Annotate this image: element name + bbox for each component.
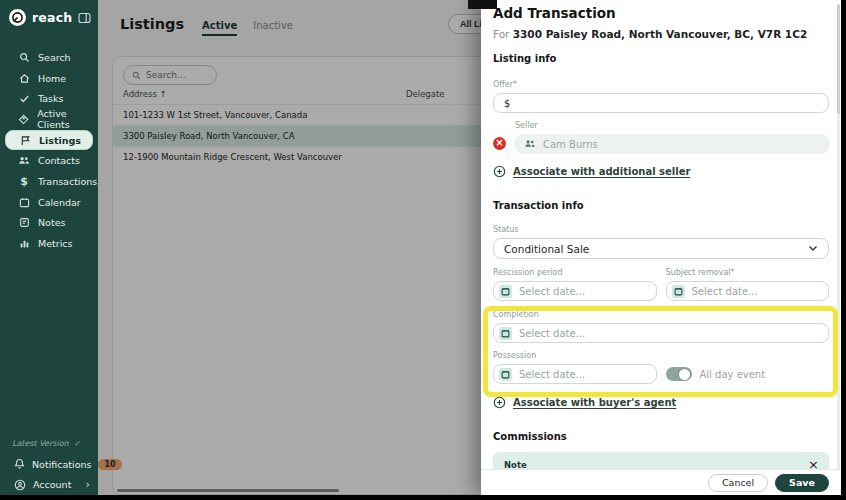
sidebar-item-transactions[interactable]: $ Transactions xyxy=(0,171,98,192)
possession-label: Possession xyxy=(493,351,829,360)
sidebar-item-label: Transactions xyxy=(38,176,97,187)
notifications-label: Notifications xyxy=(32,459,91,470)
date-placeholder: Select date... xyxy=(519,328,585,339)
sidebar-item-tasks[interactable]: Tasks xyxy=(0,88,98,109)
section-transaction-info: Transaction info xyxy=(493,200,829,211)
plus-circle-icon xyxy=(493,396,506,409)
dollar-icon: $ xyxy=(18,175,30,188)
note-banner: Note You need to set a Completion Date t… xyxy=(493,452,829,470)
bar-chart-icon xyxy=(18,238,30,249)
check-icon xyxy=(18,93,30,104)
calendar-icon xyxy=(18,197,30,208)
highlighted-fields: Completion Select date... Possession Sel… xyxy=(493,310,829,384)
sidebar-item-account[interactable]: Account › xyxy=(0,474,98,495)
date-placeholder: Select date... xyxy=(692,286,758,297)
section-commissions: Commissions xyxy=(493,431,829,442)
sidebar-item-label: Search xyxy=(38,52,71,63)
sidebar-item-label: Contacts xyxy=(38,155,80,166)
sidebar-item-notes[interactable]: Notes xyxy=(0,213,98,234)
transaction-address: 3300 Paisley Road, North Vancouver, BC, … xyxy=(513,28,807,40)
app-window: reach Search Home Tasks Active Clients xyxy=(0,0,841,495)
possession-date-input[interactable]: Select date... xyxy=(493,364,657,384)
modal-overlay[interactable] xyxy=(98,0,481,495)
chevron-right-icon: › xyxy=(86,478,90,491)
sidebar-nav: Search Home Tasks Active Clients Listing… xyxy=(0,47,98,254)
seller-field[interactable]: Cam Burns xyxy=(515,134,829,154)
version-status: Latest Version ✓ xyxy=(0,439,98,454)
home-icon xyxy=(18,73,30,84)
people-icon xyxy=(524,139,536,149)
drawer-subtitle: For 3300 Paisley Road, North Vancouver, … xyxy=(493,28,829,40)
sidebar-item-active-clients[interactable]: Active Clients xyxy=(0,109,98,130)
status-value: Conditional Sale xyxy=(504,243,589,255)
for-prefix: For xyxy=(493,28,509,40)
sidebar-item-search[interactable]: Search xyxy=(0,47,98,68)
sidebar-header: reach xyxy=(0,0,98,26)
subject-removal-date-input[interactable]: Select date... xyxy=(666,281,830,301)
offer-label: Offer* xyxy=(493,80,829,89)
completion-label: Completion xyxy=(493,310,829,319)
note-icon xyxy=(18,217,30,228)
cancel-button[interactable]: Cancel xyxy=(708,474,768,492)
date-placeholder: Select date... xyxy=(519,369,585,380)
link-text: Associate with additional seller xyxy=(513,166,690,177)
calendar-icon xyxy=(499,368,512,381)
collapse-sidebar-icon[interactable] xyxy=(78,12,91,24)
sidebar-item-label: Listings xyxy=(39,135,81,146)
section-listing-info: Listing info xyxy=(493,53,829,64)
offer-input[interactable]: $ xyxy=(493,93,829,113)
status-select[interactable]: Conditional Sale xyxy=(493,238,829,259)
rescission-date-input[interactable]: Select date... xyxy=(493,281,657,301)
sidebar-item-label: Notes xyxy=(38,217,65,228)
all-day-toggle[interactable] xyxy=(666,367,692,381)
remove-seller-icon[interactable]: × xyxy=(493,137,506,150)
currency-prefix: $ xyxy=(504,98,510,109)
tag-icon xyxy=(18,114,29,125)
seller-row: × Seller Cam Burns xyxy=(493,121,829,154)
sidebar-item-label: Metrics xyxy=(38,238,72,249)
subject-removal-label: Subject removal* xyxy=(666,268,830,277)
search-icon xyxy=(18,52,30,63)
calendar-icon xyxy=(499,285,512,298)
sidebar-item-listings[interactable]: Listings xyxy=(5,130,93,151)
sidebar-item-label: Tasks xyxy=(38,93,63,104)
associate-buyer-agent-link[interactable]: Associate with buyer's agent xyxy=(493,396,829,409)
sidebar-item-label: Active Clients xyxy=(37,108,98,130)
sidebar-item-calendar[interactable]: Calendar xyxy=(0,192,98,213)
account-icon xyxy=(14,479,26,491)
date-placeholder: Select date... xyxy=(519,286,585,297)
sidebar: reach Search Home Tasks Active Clients xyxy=(0,0,98,495)
people-icon xyxy=(18,155,30,166)
top-black-notch xyxy=(468,0,497,9)
vertical-scrollbar[interactable] xyxy=(837,4,840,490)
logo-text: reach xyxy=(32,10,72,25)
rescission-label: Rescission period xyxy=(493,268,657,277)
sidebar-item-contacts[interactable]: Contacts xyxy=(0,150,98,171)
account-label: Account xyxy=(33,479,71,490)
bell-icon xyxy=(14,458,25,470)
status-label: Status xyxy=(493,225,829,234)
sidebar-item-metrics[interactable]: Metrics xyxy=(0,233,98,254)
all-day-label: All day event xyxy=(700,369,766,380)
plus-circle-icon xyxy=(493,165,506,178)
save-button[interactable]: Save xyxy=(775,474,829,492)
version-text: Latest Version xyxy=(12,439,69,448)
flag-icon xyxy=(19,135,31,146)
sidebar-footer: Latest Version ✓ Notifications 10 Accoun… xyxy=(0,439,98,495)
sidebar-item-label: Home xyxy=(38,73,66,84)
completion-date-input[interactable]: Select date... xyxy=(493,323,829,343)
seller-value: Cam Burns xyxy=(543,139,598,150)
toggle-knob xyxy=(679,369,690,380)
reach-logo-icon xyxy=(9,9,26,26)
sidebar-item-home[interactable]: Home xyxy=(0,68,98,89)
seller-label: Seller xyxy=(515,121,829,130)
drawer-footer: Cancel Save xyxy=(481,469,841,495)
version-check-icon: ✓ xyxy=(74,439,81,448)
associate-seller-link[interactable]: Associate with additional seller xyxy=(493,165,829,178)
sidebar-item-label: Calendar xyxy=(38,197,81,208)
calendar-icon xyxy=(672,285,685,298)
link-text: Associate with buyer's agent xyxy=(513,397,676,408)
drawer-title: Add Transaction xyxy=(493,5,829,21)
sidebar-item-notifications[interactable]: Notifications 10 xyxy=(0,454,98,474)
calendar-icon xyxy=(499,327,512,340)
